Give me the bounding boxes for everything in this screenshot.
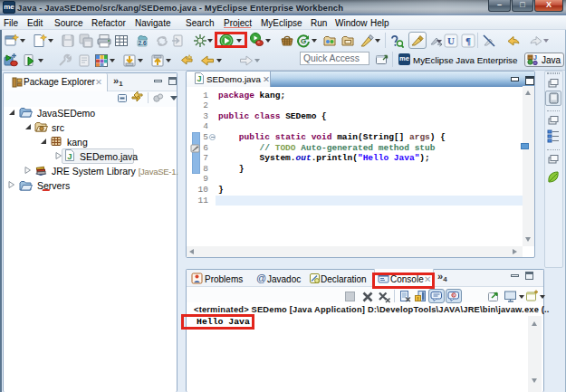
svg-text:¶: ¶	[465, 35, 471, 46]
svg-text:U: U	[447, 35, 455, 46]
svg-text:J: J	[197, 74, 201, 83]
svg-text:G: G	[301, 37, 306, 45]
svg-text:!: !	[417, 296, 419, 301]
svg-text:J: J	[67, 151, 72, 161]
svg-text:2.6: 2.6	[138, 40, 146, 46]
svg-text:J: J	[533, 54, 537, 61]
